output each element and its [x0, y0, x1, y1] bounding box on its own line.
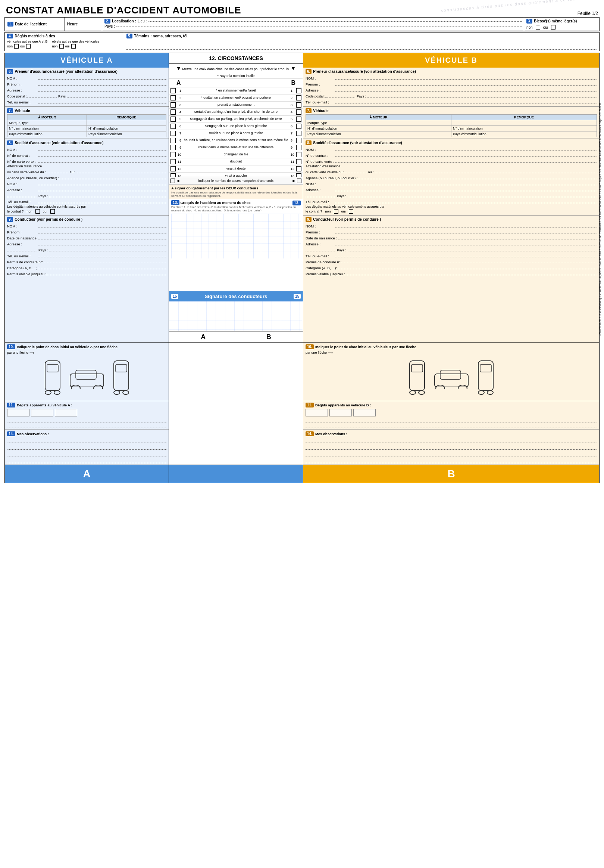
temoins-line2[interactable] [127, 45, 597, 50]
degats-oui1-cb[interactable] [26, 44, 31, 48]
au-a-in[interactable] [77, 169, 166, 173]
degats-b-line2[interactable] [306, 423, 597, 428]
degats-a-box2[interactable] [31, 409, 53, 417]
s9-nom-a-in[interactable] [37, 223, 166, 228]
s9-dob-b-in[interactable] [337, 235, 597, 239]
s8-nom2-a-in[interactable] [37, 181, 166, 185]
pays-value[interactable] [116, 26, 522, 27]
circ-cb-right-13[interactable] [296, 173, 301, 177]
s8-carte-a-in[interactable] [37, 158, 166, 163]
s9-cat-b-in[interactable] [337, 265, 597, 269]
circ-cb-right-8[interactable] [296, 138, 301, 143]
obs-a-line2[interactable] [7, 445, 166, 450]
s9-cat-a-in[interactable] [39, 265, 166, 269]
temoins-line1[interactable] [127, 40, 597, 44]
s8-contrat-a-in[interactable] [37, 152, 166, 157]
s9-valid-b-in[interactable] [345, 271, 597, 275]
circ-cb-right-9[interactable] [296, 145, 301, 150]
pays-a2-input[interactable] [68, 93, 166, 98]
degats-non1-cb[interactable] [14, 44, 19, 48]
s8-adr-a-in[interactable] [37, 187, 166, 191]
s8-adr2-b-in[interactable] [306, 193, 335, 197]
marque-a[interactable]: Marque, type [8, 120, 87, 126]
degats-b-line1[interactable] [306, 418, 597, 422]
pays-b2-input[interactable] [366, 93, 597, 98]
circ-cb-right-2[interactable] [296, 95, 301, 101]
cp-b-input[interactable] [325, 93, 355, 98]
degats-b-box1[interactable] [306, 409, 328, 417]
immat-b[interactable]: N° d'immatriculation [306, 126, 451, 132]
s8-nom2-b-in[interactable] [335, 181, 597, 185]
s9-permis-b-in[interactable] [341, 259, 597, 264]
circ-cb-left-9[interactable] [170, 145, 176, 150]
circ-cb-right-11[interactable] [296, 159, 301, 164]
s9-nom-b-in[interactable] [335, 223, 597, 228]
marque-a-r[interactable] [87, 120, 166, 126]
obs-b-line4[interactable] [306, 458, 597, 463]
adresse-a-input[interactable] [37, 87, 166, 91]
immat-b-r[interactable]: N° d'immatriculation [451, 126, 597, 132]
nom-b-input[interactable] [335, 75, 597, 79]
circ-cb-left-4[interactable] [170, 109, 176, 115]
circ-cb-right-6[interactable] [296, 124, 301, 129]
circ-cb-left-8[interactable] [170, 138, 176, 143]
s9-tel-b-in[interactable] [335, 253, 597, 257]
s8-pays-a-in[interactable] [49, 193, 166, 197]
tel-b-input[interactable] [335, 99, 597, 104]
agence-b-in[interactable] [357, 175, 597, 179]
s8-nom-a-in[interactable] [37, 146, 166, 151]
pays-immat-b-r[interactable]: Pays d'immatriculation [451, 132, 597, 137]
degats-oui2-cb[interactable] [71, 44, 76, 48]
s8-carte-b-in[interactable] [335, 158, 597, 163]
degats-b-box2[interactable] [329, 409, 352, 417]
immat-a[interactable]: N° d'immatriculation [8, 126, 87, 132]
pays-immat-a-r[interactable]: Pays d'immatriculation [87, 132, 166, 137]
circ-cb-left-6[interactable] [170, 124, 176, 129]
adresse-b-input[interactable] [335, 87, 597, 91]
degats-b-box3[interactable] [353, 409, 376, 417]
obs-a-line3[interactable] [7, 451, 166, 456]
degats-a-line1[interactable] [7, 418, 166, 422]
circ-cb-right-7[interactable] [296, 131, 301, 136]
circ-cb-left-12[interactable] [170, 166, 176, 171]
circ-cb-right-3[interactable] [296, 102, 301, 108]
circ-cb-left-3[interactable] [170, 102, 176, 108]
agence-a-in[interactable] [59, 175, 166, 179]
pays-immat-a[interactable]: Pays d'immatriculation [8, 132, 87, 137]
s8-oui-a-cb[interactable] [50, 209, 55, 214]
s9-permis-a-in[interactable] [43, 259, 166, 264]
nom-a-input[interactable] [37, 75, 166, 79]
degats-a-line2[interactable] [7, 423, 166, 428]
circ-cb-left-7[interactable] [170, 131, 176, 136]
s9-adr2-a-in[interactable] [7, 247, 37, 251]
s8-nom-b-in[interactable] [335, 146, 597, 151]
prenom-b-input[interactable] [335, 81, 597, 85]
degats-a-box3[interactable] [55, 409, 77, 417]
degats-a-box1[interactable] [7, 409, 29, 417]
s8-tel-b-in[interactable] [335, 199, 597, 203]
marque-b[interactable]: Marque, type [306, 120, 451, 126]
s9-dob-a-in[interactable] [39, 235, 166, 239]
s8-adr2-a-in[interactable] [7, 193, 37, 197]
circ-cb-left-2[interactable] [170, 95, 176, 101]
circ-cb-left-11[interactable] [170, 159, 176, 164]
circ-cb-right-4[interactable] [296, 109, 301, 115]
circ-cb-left-5[interactable] [170, 116, 176, 122]
s8-non-a-cb[interactable] [36, 209, 40, 214]
s9-adr-a-in[interactable] [37, 241, 166, 245]
s9-prenom-b-in[interactable] [335, 229, 597, 233]
total-cb-right[interactable] [297, 178, 301, 183]
blesse-oui-cb[interactable] [551, 25, 556, 29]
immat-a-r[interactable]: N° d'immatriculation [87, 126, 166, 132]
signature-body[interactable] [169, 301, 303, 331]
s8-adr-b-in[interactable] [335, 187, 597, 191]
s8-contrat-b-in[interactable] [335, 152, 597, 157]
pays-immat-b[interactable]: Pays d'immatriculation [306, 132, 451, 137]
circ-cb-right-5[interactable] [296, 116, 301, 122]
obs-a-line4[interactable] [7, 458, 166, 463]
degats-non2-cb[interactable] [59, 44, 64, 48]
au-b-in[interactable] [375, 169, 597, 173]
obs-b-line1[interactable] [306, 438, 597, 443]
circ-cb-right-10[interactable] [296, 152, 301, 157]
lieu-value[interactable] [148, 21, 522, 22]
